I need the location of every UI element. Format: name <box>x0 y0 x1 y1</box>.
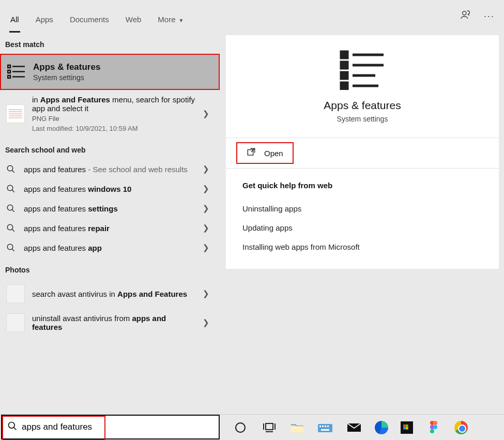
web-suggestion-0[interactable]: apps and features - See school and web r… <box>0 159 220 179</box>
file-explorer-icon[interactable] <box>290 422 304 433</box>
svg-point-0 <box>463 11 466 15</box>
web-suggestion-text: apps and features app <box>24 244 197 252</box>
svg-line-16 <box>12 249 14 251</box>
help-section-title: Get quick help from web <box>242 181 482 190</box>
chevron-right-icon[interactable]: ❯ <box>203 289 209 298</box>
open-button[interactable]: Open <box>236 142 294 164</box>
chevron-right-icon[interactable]: ❯ <box>203 204 209 213</box>
svg-rect-5 <box>8 75 10 78</box>
section-search-web: Search school and web <box>0 138 220 159</box>
apps-features-icon <box>7 64 26 80</box>
help-link-1[interactable]: Updating apps <box>242 218 482 237</box>
open-label: Open <box>264 149 283 158</box>
file-result[interactable]: in Apps and Features menu, search for sp… <box>0 90 220 138</box>
svg-line-27 <box>14 427 17 430</box>
svg-rect-36 <box>325 426 326 427</box>
overflow-menu-icon[interactable]: ··· <box>484 11 495 22</box>
web-suggestion-text: apps and features settings <box>24 204 197 213</box>
search-icon <box>6 164 17 174</box>
file-result-modified: Last modified: 10/9/2021, 10:59 AM <box>32 125 197 132</box>
svg-rect-23 <box>341 83 347 89</box>
keyboard-icon[interactable] <box>317 419 333 436</box>
search-icon <box>7 421 18 433</box>
section-photos: Photos <box>0 257 220 279</box>
web-suggestion-2[interactable]: apps and features settings ❯ <box>0 199 220 218</box>
chevron-right-icon[interactable]: ❯ <box>203 109 209 118</box>
svg-point-15 <box>7 244 13 250</box>
svg-rect-17 <box>341 52 347 58</box>
results-column: Best match Apps & features System settin… <box>0 32 220 414</box>
file-result-title: in Apps and Features menu, search for sp… <box>32 95 197 113</box>
web-suggestion-text: apps and features windows 10 <box>24 185 197 193</box>
section-best-match: Best match <box>0 32 220 54</box>
chevron-right-icon[interactable]: ❯ <box>203 318 209 327</box>
svg-rect-3 <box>8 70 10 73</box>
figma-icon[interactable] <box>425 419 442 436</box>
svg-rect-35 <box>322 426 324 427</box>
photo-result-title: search avast antivirus in Apps and Featu… <box>32 290 197 298</box>
chevron-right-icon[interactable]: ❯ <box>203 164 209 174</box>
svg-rect-33 <box>318 424 332 432</box>
web-suggestion-1[interactable]: apps and features windows 10 ❯ <box>0 179 220 199</box>
task-view-icon[interactable] <box>261 419 278 436</box>
search-input[interactable] <box>18 421 213 433</box>
tab-more[interactable]: More▼ <box>157 5 185 32</box>
web-suggestion-text: apps and features repair <box>24 224 197 233</box>
tab-documents[interactable]: Documents <box>69 5 110 32</box>
search-icon <box>6 223 17 233</box>
help-link-0[interactable]: Uninstalling apps <box>242 199 482 218</box>
tab-all[interactable]: All <box>9 5 20 32</box>
svg-rect-19 <box>341 62 347 68</box>
svg-rect-32 <box>291 426 303 432</box>
file-thumbnail-icon <box>6 104 25 123</box>
chevron-right-icon[interactable]: ❯ <box>203 243 209 252</box>
photo-result-1[interactable]: uninstall avast antivirus from apps and … <box>0 308 220 337</box>
taskbar-search-box[interactable] <box>1 415 220 439</box>
search-icon <box>6 243 17 252</box>
best-match-title: Apps & features <box>33 62 100 72</box>
svg-line-8 <box>12 170 14 173</box>
svg-line-12 <box>12 209 14 212</box>
preview-title: Apps & features <box>324 99 401 112</box>
open-icon <box>247 147 256 159</box>
svg-rect-28 <box>266 423 273 430</box>
top-tabs-bar: All Apps Documents Web More▼ ··· <box>0 0 504 32</box>
chevron-right-icon[interactable]: ❯ <box>203 184 209 193</box>
chrome-browser-icon[interactable] <box>454 421 468 434</box>
tab-apps[interactable]: Apps <box>35 5 54 32</box>
file-result-type: PNG File <box>32 115 197 123</box>
chevron-right-icon[interactable]: ❯ <box>203 223 209 233</box>
apps-features-large-icon <box>339 50 386 90</box>
svg-point-9 <box>7 185 13 191</box>
svg-line-10 <box>12 190 14 192</box>
svg-point-41 <box>433 421 437 425</box>
svg-rect-21 <box>341 72 347 79</box>
tab-web[interactable]: Web <box>125 5 143 32</box>
svg-point-13 <box>7 224 13 230</box>
best-match-result[interactable]: Apps & features System settings <box>0 54 220 90</box>
svg-rect-34 <box>319 426 321 427</box>
photo-thumbnail-icon <box>6 313 25 332</box>
web-suggestion-3[interactable]: apps and features repair ❯ <box>0 218 220 238</box>
taskbar <box>0 414 504 440</box>
preview-subtitle: System settings <box>337 115 388 123</box>
photo-thumbnail-icon <box>6 284 25 303</box>
svg-rect-38 <box>321 429 329 431</box>
photo-result-title: uninstall avast antivirus from apps and … <box>32 314 197 331</box>
feedback-icon[interactable] <box>460 9 471 23</box>
mail-icon[interactable] <box>346 419 362 436</box>
svg-point-7 <box>7 165 13 171</box>
microsoft-store-icon[interactable] <box>401 421 413 434</box>
web-suggestion-text: apps and features - See school and web r… <box>24 165 197 174</box>
svg-rect-1 <box>8 65 10 68</box>
chevron-down-icon: ▼ <box>179 18 184 23</box>
help-link-2[interactable]: Installing web apps from Microsoft <box>242 237 482 256</box>
cortana-icon[interactable] <box>232 419 249 436</box>
photo-result-0[interactable]: search avast antivirus in Apps and Featu… <box>0 279 220 308</box>
edge-browser-icon[interactable] <box>375 421 388 434</box>
preview-panel: Apps & features System settings Open Get… <box>220 32 504 414</box>
search-icon <box>6 204 17 213</box>
svg-point-44 <box>430 429 434 433</box>
web-suggestion-4[interactable]: apps and features app ❯ <box>0 238 220 257</box>
svg-point-43 <box>433 425 437 429</box>
